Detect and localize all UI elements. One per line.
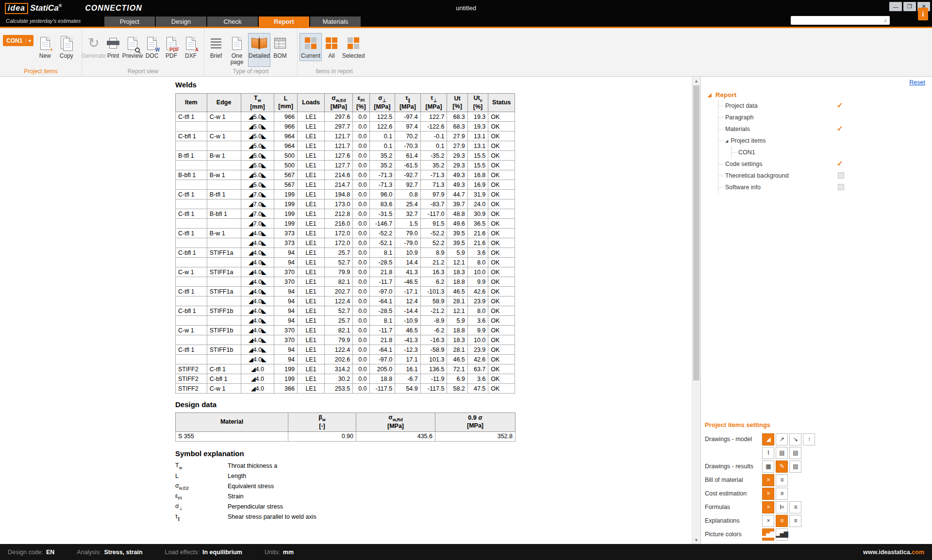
- tree-item-con1[interactable]: CON1: [732, 147, 932, 158]
- list-icon[interactable]: ≡: [789, 501, 801, 513]
- axes-z-icon[interactable]: ↑: [803, 433, 815, 445]
- mesh-icon[interactable]: ▦: [762, 461, 774, 473]
- list-compact-icon[interactable]: ≡: [776, 515, 788, 527]
- tree-item-project-data[interactable]: Project data✓: [718, 100, 932, 112]
- table-cell: 9.9: [467, 277, 488, 287]
- table-cell: 966: [274, 112, 298, 122]
- checkmark-icon[interactable]: ✓: [837, 124, 843, 133]
- dxf-export-button[interactable]: A DXF: [181, 33, 200, 61]
- checkmark-icon[interactable]: ✓: [837, 101, 843, 110]
- table-cell: 68.3: [447, 112, 467, 122]
- generate-button[interactable]: ↻ Generate: [84, 33, 103, 61]
- checkbox-empty[interactable]: [838, 184, 844, 190]
- reset-link[interactable]: Reset: [909, 79, 925, 86]
- weld-drawing-icon[interactable]: ◢: [762, 433, 774, 445]
- picture-icon[interactable]: ▤: [789, 461, 801, 473]
- table-cell: OK: [488, 219, 515, 229]
- table-cell: B-bfl 1: [176, 170, 207, 180]
- brief-button[interactable]: Brief: [206, 33, 226, 67]
- table-cell: 52.2: [420, 238, 447, 248]
- list-icon[interactable]: ≡: [776, 474, 788, 486]
- license-info-button[interactable]: i: [918, 8, 928, 20]
- checkmark-icon[interactable]: ✓: [837, 159, 843, 168]
- settings-icons: I▤▤: [762, 447, 801, 459]
- table-cell: 5.9: [447, 316, 467, 326]
- tab-design[interactable]: Design: [156, 16, 206, 27]
- vertical-scrollbar[interactable]: ▲ ▼: [692, 77, 700, 544]
- table-row: ◢7.0◣199LE1173.00.083.625.4-83.739.724.0…: [176, 199, 515, 209]
- none-icon[interactable]: ×: [762, 474, 774, 486]
- tab-check[interactable]: Check: [207, 16, 258, 27]
- expander-icon[interactable]: ◢: [708, 92, 712, 98]
- colors-on-icon[interactable]: ▂▅▇: [762, 528, 774, 541]
- con1-dropdown[interactable]: CON1 ▾: [3, 35, 33, 46]
- copy-button[interactable]: Copy: [57, 33, 76, 61]
- axes-3d-icon[interactable]: ↘: [789, 433, 801, 445]
- table-cell: 96.0: [369, 190, 395, 199]
- edit-results-icon[interactable]: ✎: [776, 461, 788, 473]
- checkbox-empty[interactable]: [838, 172, 844, 179]
- list-icon[interactable]: ≡: [789, 515, 801, 527]
- table-cell: 97.9: [420, 190, 447, 199]
- none-icon[interactable]: ×: [762, 488, 774, 500]
- welds-table: ItemEdgeTw[mm]L[mm]Loadsσw,Ed[MPa]εPl[%]…: [175, 93, 515, 394]
- tree-root-report[interactable]: ◢ Report: [708, 91, 932, 99]
- new-button[interactable]: + New: [35, 33, 55, 61]
- table-cell: ◢5.0◣: [241, 112, 274, 122]
- search-icon[interactable]: ⌕: [884, 16, 887, 24]
- scrollbar-thumb[interactable]: [693, 85, 699, 380]
- table-cell: 39.5: [447, 229, 467, 238]
- maximize-icon[interactable]: ❐: [903, 2, 916, 11]
- scroll-down-icon[interactable]: ▼: [692, 536, 700, 544]
- tree-item-theoretical-background[interactable]: Theoretical background: [718, 170, 932, 181]
- one-page-button[interactable]: One page: [226, 33, 248, 67]
- item-name-icon[interactable]: I: [762, 447, 774, 459]
- tree-item-code-settings[interactable]: Code settings✓: [718, 158, 932, 170]
- expander-icon[interactable]: ◢: [725, 139, 728, 143]
- website-link[interactable]: www.ideastatica.com: [863, 549, 924, 556]
- selected-button[interactable]: Selected: [341, 33, 366, 61]
- table-cell: 0.0: [353, 229, 369, 238]
- tree-item-materials[interactable]: Materials✓: [718, 123, 932, 135]
- table-cell: -97.0: [369, 355, 395, 364]
- list-icon[interactable]: ≡: [776, 488, 788, 500]
- table-cell: 47.5: [467, 384, 488, 394]
- tree-item-project-items[interactable]: ◢Project items: [718, 135, 932, 147]
- table-cell: 12.4: [395, 296, 421, 306]
- colors-off-icon[interactable]: ▂▅▇: [776, 528, 788, 541]
- tree-item-software-info[interactable]: Software info: [718, 181, 932, 193]
- status-item-analysis: Analysis:Stress, strain: [77, 549, 142, 556]
- table-cell: OK: [488, 335, 515, 345]
- table-cell: OK: [488, 384, 515, 394]
- detailed-button[interactable]: Detailed: [248, 33, 270, 67]
- preview-button[interactable]: Preview: [123, 33, 142, 61]
- tab-project[interactable]: Project: [104, 16, 155, 27]
- axes-front-icon[interactable]: ↗: [776, 433, 788, 445]
- chevron-down-icon[interactable]: ▾: [26, 38, 33, 43]
- minimize-icon[interactable]: —: [889, 2, 902, 11]
- print-button[interactable]: Print: [103, 33, 123, 61]
- picture-alt-icon[interactable]: ▤: [789, 447, 801, 459]
- formula-icon[interactable]: I=: [776, 501, 788, 513]
- app-title: CONNECTION: [85, 4, 142, 13]
- table-cell: OK: [488, 374, 515, 384]
- tab-report[interactable]: Report: [259, 16, 309, 27]
- all-button[interactable]: All: [322, 33, 341, 61]
- bom-button[interactable]: BOM: [270, 33, 290, 67]
- picture-icon[interactable]: ▤: [776, 447, 788, 459]
- none-icon[interactable]: ×: [762, 515, 774, 527]
- tree-item-paragraph[interactable]: Paragraph: [718, 112, 932, 123]
- tab-materials[interactable]: Materials: [310, 16, 361, 27]
- settings-icons: ×≡≡: [762, 515, 801, 527]
- table-cell: 0.1: [369, 132, 395, 141]
- doc-export-button[interactable]: W DOC: [142, 33, 162, 61]
- table-cell: C-w 1: [176, 326, 207, 335]
- pdf-export-button[interactable]: PDF PDF: [162, 33, 181, 61]
- scroll-up-icon[interactable]: ▲: [692, 77, 700, 85]
- none-icon[interactable]: ×: [762, 501, 774, 513]
- search-input[interactable]: [793, 16, 884, 24]
- table-cell: 9.9: [467, 326, 488, 335]
- table-cell: [176, 238, 207, 248]
- table-cell: -11.7: [369, 326, 395, 335]
- current-button[interactable]: Current: [300, 33, 322, 61]
